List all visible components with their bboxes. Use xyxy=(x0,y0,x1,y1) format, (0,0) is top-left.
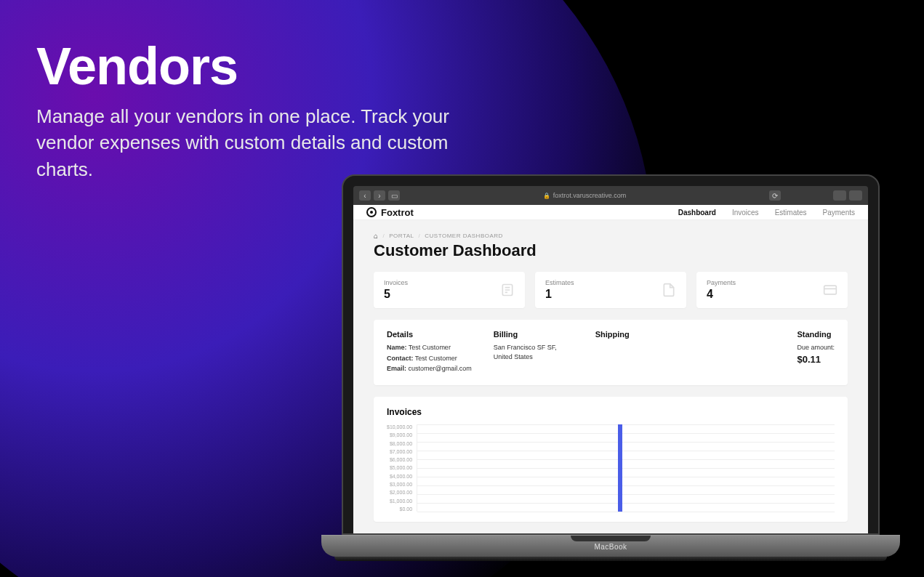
browser-url: foxtrot.varuscreative.com xyxy=(553,192,627,199)
y-tick: $4,000.00 xyxy=(387,474,412,479)
shipping-heading: Shipping xyxy=(595,330,630,339)
contact-value: Test Customer xyxy=(415,355,457,362)
details-col: Details Name: Test Customer Contact: Tes… xyxy=(387,330,472,375)
page-title: Customer Dashboard xyxy=(374,241,848,260)
gridline xyxy=(417,459,835,460)
laptop-foot xyxy=(334,557,887,561)
billing-col: Billing San Francisco SF SF, United Stat… xyxy=(494,330,574,375)
browser-sidebar-button[interactable]: ▭ xyxy=(388,190,400,201)
chart-bar xyxy=(618,424,622,512)
stat-label: Estimates xyxy=(545,279,574,286)
due-amount: $0.11 xyxy=(797,354,835,365)
svg-rect-4 xyxy=(824,286,837,294)
stat-card-estimates[interactable]: Estimates 1 xyxy=(535,272,686,308)
y-tick: $1,000.00 xyxy=(387,499,412,504)
brand-icon xyxy=(366,207,377,217)
y-tick: $2,000.00 xyxy=(387,490,412,495)
breadcrumb: ⌂ / PORTAL / CUSTOMER DASHBOARD xyxy=(374,232,848,240)
gridline xyxy=(417,451,835,451)
email-value: customer@gmail.com xyxy=(409,365,472,372)
y-tick: $6,000.00 xyxy=(387,457,412,462)
chart-y-axis: $10,000.00$9,000.00$8,000.00$7,000.00$6,… xyxy=(387,424,417,512)
browser-reload-button[interactable]: ⟳ xyxy=(769,190,781,201)
stat-value: 1 xyxy=(545,288,574,301)
stat-label: Payments xyxy=(707,279,736,286)
hero-title: Vendors xyxy=(36,36,487,96)
browser-forward-button[interactable]: › xyxy=(374,190,385,201)
laptop-screen: ‹ › ▭ 🔒 foxtrot.varuscreative.com ⟳ xyxy=(342,174,880,535)
browser-share-button[interactable] xyxy=(833,190,846,201)
breadcrumb-portal[interactable]: PORTAL xyxy=(389,233,414,239)
email-label: Email: xyxy=(387,365,406,372)
standing-heading: Standing xyxy=(797,330,835,339)
laptop-notch xyxy=(571,536,651,541)
laptop-mockup: ‹ › ▭ 🔒 foxtrot.varuscreative.com ⟳ xyxy=(342,174,880,561)
stat-card-payments[interactable]: Payments 4 xyxy=(696,272,848,308)
shipping-col: Shipping xyxy=(595,330,630,375)
y-tick: $8,000.00 xyxy=(387,441,412,446)
brand-name: Foxtrot xyxy=(381,207,414,218)
gridline xyxy=(417,433,835,434)
stat-card-invoices[interactable]: Invoices 5 xyxy=(374,272,525,308)
stat-value: 5 xyxy=(384,288,408,301)
gridline xyxy=(417,468,835,469)
browser-back-button[interactable]: ‹ xyxy=(359,190,371,201)
detail-card: Details Name: Test Customer Contact: Tes… xyxy=(374,320,848,385)
page-content: ⌂ / PORTAL / CUSTOMER DASHBOARD Customer… xyxy=(353,220,868,533)
laptop-label: MacBook xyxy=(594,543,627,551)
laptop-base: MacBook xyxy=(321,535,900,557)
nav-payments[interactable]: Payments xyxy=(823,209,855,217)
y-tick: $10,000.00 xyxy=(387,424,412,429)
contact-label: Contact: xyxy=(387,355,414,362)
y-tick: $5,000.00 xyxy=(387,465,412,470)
home-icon[interactable]: ⌂ xyxy=(374,232,379,240)
billing-address: San Francisco SF SF, United States xyxy=(494,343,574,361)
main-nav: Dashboard Invoices Estimates Payments xyxy=(678,209,855,217)
lock-icon: 🔒 xyxy=(543,193,550,199)
y-tick: $0.00 xyxy=(387,507,412,512)
brand[interactable]: Foxtrot xyxy=(366,207,414,218)
gridline xyxy=(417,477,835,477)
stat-label: Invoices xyxy=(384,279,408,286)
billing-heading: Billing xyxy=(494,330,574,339)
chart-title: Invoices xyxy=(387,407,835,417)
stat-value: 4 xyxy=(707,288,736,301)
browser-tabs-button[interactable] xyxy=(849,190,862,201)
breadcrumb-current: CUSTOMER DASHBOARD xyxy=(425,233,503,239)
details-heading: Details xyxy=(387,330,472,339)
gridline xyxy=(417,503,835,504)
gridline xyxy=(417,442,835,443)
invoices-chart-card: Invoices $10,000.00$9,000.00$8,000.00$7,… xyxy=(374,397,848,522)
browser-chrome: ‹ › ▭ 🔒 foxtrot.varuscreative.com ⟳ xyxy=(353,186,868,205)
y-tick: $7,000.00 xyxy=(387,449,412,454)
nav-invoices[interactable]: Invoices xyxy=(732,209,759,217)
y-tick: $9,000.00 xyxy=(387,432,412,437)
estimate-icon xyxy=(662,283,676,297)
app-header: Foxtrot Dashboard Invoices Estimates Pay… xyxy=(353,205,868,220)
hero-subtitle: Manage all your vendors in one place. Tr… xyxy=(36,103,487,182)
standing-col: Standing Due amount: $0.11 xyxy=(797,330,835,375)
gridline xyxy=(417,494,835,495)
app-viewport: Foxtrot Dashboard Invoices Estimates Pay… xyxy=(353,205,868,533)
nav-estimates[interactable]: Estimates xyxy=(775,209,807,217)
gridline xyxy=(417,485,835,486)
hero-section: Vendors Manage all your vendors in one p… xyxy=(36,36,487,182)
stat-cards: Invoices 5 Estimates 1 xyxy=(374,272,848,308)
y-tick: $3,000.00 xyxy=(387,482,412,487)
invoice-icon xyxy=(500,283,515,297)
name-value: Test Customer xyxy=(409,344,451,351)
name-label: Name: xyxy=(387,344,407,351)
chart-area: $10,000.00$9,000.00$8,000.00$7,000.00$6,… xyxy=(387,424,835,512)
nav-dashboard[interactable]: Dashboard xyxy=(678,209,716,217)
chart-plot xyxy=(417,424,835,512)
gridline xyxy=(417,512,835,512)
payment-icon xyxy=(823,283,837,297)
gridline xyxy=(417,424,835,425)
due-label: Due amount: xyxy=(797,343,835,352)
